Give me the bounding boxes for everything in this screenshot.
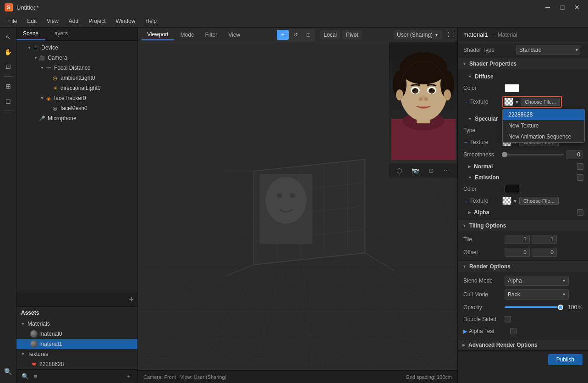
- tiling-title: Tiling Options: [469, 222, 506, 229]
- tile-y-input[interactable]: [532, 235, 557, 244]
- tree-item-ambient[interactable]: ▶ ◎ ambientLight0: [16, 73, 137, 83]
- menu-view[interactable]: View: [42, 17, 63, 26]
- tree-arrow-facetracker[interactable]: ▼: [39, 95, 45, 101]
- preview-record-icon[interactable]: ⊙: [429, 167, 434, 174]
- tree-item-directional[interactable]: ▶ ✳ directionalLight0: [16, 83, 137, 93]
- vp-tool-rotate[interactable]: ↺: [290, 30, 302, 40]
- shader-type-select[interactable]: Standard: [516, 45, 580, 55]
- materials-group-header[interactable]: ▼ Materials: [16, 319, 137, 329]
- advanced-render-header[interactable]: ▶ Advanced Render Options: [458, 339, 588, 350]
- maximize-button[interactable]: □: [556, 3, 569, 12]
- dropdown-item-22288628[interactable]: 22288628: [503, 109, 584, 120]
- tile-x-input[interactable]: [505, 235, 530, 244]
- scene-add-button[interactable]: +: [129, 295, 134, 305]
- viewport-content[interactable]: X Y Z: [138, 42, 457, 370]
- textures-group-header[interactable]: ▼ Textures: [16, 349, 137, 359]
- tool-rotate[interactable]: 🔍: [1, 365, 15, 378]
- alpha-checkbox[interactable]: [577, 209, 583, 216]
- tree-arrow-focal[interactable]: ▼: [39, 65, 45, 71]
- minimize-button[interactable]: ─: [541, 3, 554, 12]
- normal-header[interactable]: ▶ Normal: [458, 161, 588, 172]
- local-button[interactable]: Local: [320, 30, 341, 39]
- tool-frame[interactable]: ⊡: [1, 60, 15, 73]
- close-button[interactable]: ✕: [571, 3, 583, 12]
- blend-mode-select[interactable]: Alpha Add Multiply: [505, 276, 569, 286]
- alpha-test-collapse-icon: ▶: [463, 328, 467, 334]
- mode-menu[interactable]: Mode: [176, 30, 198, 40]
- tool-move[interactable]: ⊞: [1, 79, 15, 93]
- tree-item-focal[interactable]: ▼ ━━ Focal Distance: [16, 63, 137, 73]
- material1-icon: [30, 340, 38, 348]
- tiling-options-header[interactable]: ▼ Tiling Options: [458, 220, 588, 231]
- tree-item-facetracker[interactable]: ▼ ◈ faceTracker0: [16, 93, 137, 103]
- tab-layers[interactable]: Layers: [45, 28, 74, 40]
- alpha-header[interactable]: ▶ Alpha: [458, 207, 588, 218]
- texture-item-22288628[interactable]: ❤ 22288628: [16, 359, 137, 369]
- search-button[interactable]: 🔍: [20, 372, 30, 382]
- opacity-slider[interactable]: [505, 306, 561, 308]
- shader-properties-header[interactable]: ▼ Shader Properties: [458, 58, 588, 69]
- smoothness-track[interactable]: [505, 154, 564, 155]
- tool-cursor[interactable]: ↖: [1, 30, 15, 44]
- menu-help[interactable]: Help: [141, 17, 161, 26]
- camera-button[interactable]: User (Sharing) ▼: [393, 30, 442, 39]
- tree-item-microphone[interactable]: ▶ 🎤 Microphone: [16, 113, 137, 123]
- emission-choose-file-button[interactable]: Choose File...: [519, 197, 559, 205]
- alpha-test-checkbox[interactable]: [510, 328, 517, 334]
- menu-window[interactable]: Window: [111, 17, 140, 26]
- tree-item-device[interactable]: ▼ 📱 Device: [16, 43, 137, 53]
- tab-scene[interactable]: Scene: [16, 28, 45, 40]
- offset-y-input[interactable]: [532, 248, 557, 257]
- tool-object[interactable]: ◻: [1, 94, 15, 108]
- normal-title: Normal: [474, 163, 493, 170]
- emission-color-swatch[interactable]: [505, 185, 519, 193]
- opacity-label: Opacity: [463, 304, 505, 311]
- dropdown-item-new-animation[interactable]: New Animation Sequence: [503, 131, 584, 142]
- publish-button[interactable]: Publish: [548, 354, 583, 365]
- cull-mode-select[interactable]: Back Front None: [505, 289, 569, 300]
- viewport-expand-icon[interactable]: ⛶: [448, 31, 454, 38]
- view-menu[interactable]: View: [224, 30, 245, 40]
- diffuse-header[interactable]: ▼ Diffuse: [458, 71, 588, 82]
- render-options-header[interactable]: ▼ Render Options: [458, 261, 588, 272]
- add-asset-button[interactable]: +: [124, 372, 134, 382]
- preview-camera-icon[interactable]: ⬡: [396, 167, 402, 174]
- dropdown-item-new-texture[interactable]: New Texture: [503, 120, 584, 131]
- preview-toolbar: ⬡ 📷 ⊙ ⋯: [389, 163, 457, 178]
- list-button[interactable]: ≡: [30, 372, 40, 382]
- emission-checkbox[interactable]: [577, 174, 583, 181]
- device-icon: 📱: [32, 44, 39, 51]
- menu-add[interactable]: Add: [64, 17, 83, 26]
- viewport-tab[interactable]: Viewport: [142, 29, 174, 40]
- textures-label: Textures: [27, 351, 48, 357]
- tree-item-facemesh[interactable]: ▶ ◎ faceMesh0: [16, 103, 137, 113]
- diffuse-color-swatch[interactable]: [505, 84, 519, 92]
- preview-more-icon[interactable]: ⋯: [444, 167, 450, 174]
- offset-x-input[interactable]: [505, 248, 530, 257]
- vp-tool-add[interactable]: +: [277, 30, 289, 40]
- asset-item-material0[interactable]: material0: [16, 329, 137, 339]
- emission-texture-dropdown-icon[interactable]: ▼: [513, 199, 517, 204]
- menu-project[interactable]: Project: [84, 17, 110, 26]
- preview-photo-icon[interactable]: 📷: [412, 167, 419, 174]
- vp-tool-scale[interactable]: ⊡: [302, 30, 314, 40]
- shader-properties-title: Shader Properties: [469, 61, 517, 67]
- texture-dropdown-arrow-icon[interactable]: ▼: [515, 100, 519, 105]
- filter-menu[interactable]: Filter: [201, 30, 222, 40]
- normal-checkbox[interactable]: [577, 163, 583, 170]
- diffuse-texture-label: Texture: [470, 99, 502, 105]
- asset-item-material1[interactable]: material1: [16, 339, 137, 349]
- tree-item-camera[interactable]: ▼ 🎥 Camera: [16, 53, 137, 63]
- menu-edit[interactable]: Edit: [22, 17, 41, 26]
- tool-pan[interactable]: ✋: [1, 45, 15, 59]
- blend-mode-select-wrapper: Alpha Add Multiply ▼: [505, 276, 569, 286]
- double-sided-checkbox[interactable]: [505, 316, 511, 322]
- emission-texture-arrow: →: [463, 198, 468, 204]
- emission-header[interactable]: ▼ Emission: [458, 172, 588, 183]
- menu-file[interactable]: File: [4, 17, 22, 26]
- pivot-button[interactable]: Pivot: [342, 30, 362, 39]
- tree-arrow-device[interactable]: ▼: [27, 45, 32, 50]
- tree-arrow-camera[interactable]: ▼: [33, 55, 38, 61]
- choose-file-button[interactable]: Choose File...: [521, 98, 560, 106]
- smoothness-value[interactable]: 0: [566, 150, 583, 159]
